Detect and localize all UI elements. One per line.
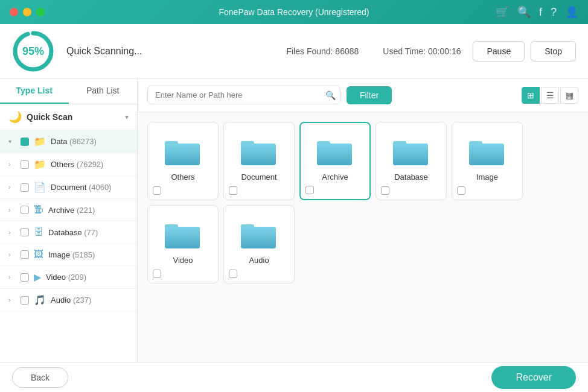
expand-arrow-icon: › [8, 184, 16, 191]
video-label: Video (209) [46, 273, 131, 282]
progress-circle: 95% [12, 30, 54, 72]
image-card-name: Image [476, 172, 498, 182]
folder-card-video[interactable]: Video [147, 205, 219, 283]
list-view-toggle[interactable]: ☰ [541, 87, 559, 104]
data-label: Data (86273) [51, 137, 131, 146]
folder-card-image[interactable]: Image [452, 122, 523, 200]
document-checkbox[interactable] [21, 183, 29, 192]
archive-icon: 🗜 [34, 204, 43, 215]
archive-checkbox[interactable] [21, 206, 29, 214]
database-card-name: Database [394, 172, 428, 182]
sidebar-item-document[interactable]: › 📄 Document (4060) [0, 176, 137, 199]
titlebar: FonePaw Data Recovery (Unregistered) 🛒 🔍… [0, 0, 588, 24]
filter-button[interactable]: Filter [347, 86, 392, 104]
expand-arrow-icon: › [8, 297, 16, 303]
database-label: Database (77) [48, 228, 131, 237]
moon-icon: 🌙 [8, 110, 22, 124]
audio-checkbox[interactable] [21, 296, 29, 305]
sidebar-item-audio[interactable]: › 🎵 Audio (237) [0, 289, 137, 312]
view-toggles: ⊞ ☰ ▦ [522, 87, 578, 104]
database-checkbox[interactable] [21, 228, 29, 236]
maximize-button[interactable] [36, 8, 45, 16]
expand-arrow-icon: › [8, 207, 16, 213]
back-button[interactable]: Back [12, 367, 68, 388]
video-icon: ▶ [34, 271, 41, 283]
expand-arrow-icon: › [8, 161, 16, 168]
audio-label: Audio (237) [51, 296, 131, 305]
pause-button[interactable]: Pause [473, 41, 525, 62]
sidebar-tabs: Type List Path List [0, 78, 137, 104]
scan-progress-bar: 95% Quick Scanning... Files Found: 86088… [0, 24, 588, 78]
facebook-icon[interactable]: f [539, 6, 542, 19]
detail-view-toggle[interactable]: ▦ [560, 87, 578, 104]
svg-rect-4 [165, 141, 178, 147]
used-time: Used Time: 00:00:16 [383, 46, 461, 56]
image-checkbox[interactable] [21, 250, 29, 259]
recover-button[interactable]: Recover [491, 366, 576, 389]
sidebar-item-others[interactable]: › 📁 Others (76292) [0, 153, 137, 176]
folder-grid: Others Document [138, 112, 588, 362]
titlebar-actions: 🛒 🔍 f ? 👤 [496, 5, 578, 19]
others-checkbox[interactable] [21, 160, 29, 169]
document-card-name: Document [241, 172, 276, 182]
close-button[interactable] [10, 8, 18, 16]
stop-button[interactable]: Stop [531, 41, 576, 62]
others-label: Others (76292) [51, 160, 131, 169]
quick-scan-section[interactable]: 🌙 Quick Scan ▾ [0, 104, 137, 130]
sidebar-item-image[interactable]: › 🖼 Image (5185) [0, 244, 137, 266]
profile-icon[interactable]: 👤 [565, 5, 578, 19]
help-icon[interactable]: ? [551, 6, 557, 19]
sidebar-item-database[interactable]: › 🗄 Database (77) [0, 221, 137, 244]
video-card-checkbox[interactable] [153, 270, 161, 278]
expand-arrow-icon: › [8, 229, 16, 236]
grid-view-toggle[interactable]: ⊞ [522, 87, 540, 104]
folder-card-others[interactable]: Others [147, 122, 219, 200]
scan-info: Files Found: 86088 Used Time: 00:00:16 [286, 46, 461, 56]
document-card-checkbox[interactable] [229, 186, 237, 195]
image-card-checkbox[interactable] [457, 186, 465, 195]
svg-rect-10 [317, 144, 352, 165]
video-checkbox[interactable] [21, 273, 29, 282]
folder-card-archive[interactable]: Archive [299, 122, 371, 200]
archive-card-checkbox[interactable] [305, 186, 314, 194]
document-label: Document (4060) [51, 183, 131, 192]
archive-card-name: Archive [322, 172, 348, 182]
tab-type-list[interactable]: Type List [0, 78, 69, 104]
archive-label: Archive (221) [48, 206, 131, 215]
others-icon: 📁 [34, 159, 46, 170]
main-layout: Type List Path List 🌙 Quick Scan ▾ ▾ 📁 D… [0, 78, 588, 362]
video-card-name: Video [173, 256, 193, 265]
sidebar-item-video[interactable]: › ▶ Video (209) [0, 266, 137, 289]
sidebar-item-data[interactable]: ▾ 📁 Data (86273) [0, 130, 137, 153]
svg-rect-22 [241, 227, 276, 248]
sidebar: Type List Path List 🌙 Quick Scan ▾ ▾ 📁 D… [0, 78, 138, 362]
search-icon[interactable]: 🔍 [517, 5, 531, 19]
database-card-checkbox[interactable] [381, 186, 389, 195]
files-found: Files Found: 86088 [286, 46, 359, 56]
folder-card-document[interactable]: Document [223, 122, 295, 200]
cart-icon[interactable]: 🛒 [496, 5, 509, 19]
data-checkbox[interactable] [21, 138, 29, 146]
chevron-down-icon: ▾ [125, 113, 129, 121]
folder-card-database[interactable]: Database [375, 122, 447, 200]
sidebar-item-archive[interactable]: › 🗜 Archive (221) [0, 199, 137, 221]
audio-card-name: Audio [249, 256, 269, 265]
collapse-arrow-icon: ▾ [8, 138, 16, 145]
tab-path-list[interactable]: Path List [69, 78, 138, 104]
svg-rect-7 [241, 144, 276, 165]
search-icon[interactable]: 🔍 [325, 90, 336, 100]
others-card-checkbox[interactable] [153, 186, 161, 195]
database-icon: 🗄 [34, 227, 43, 238]
scan-controls: Pause Stop [473, 41, 576, 62]
svg-rect-13 [393, 144, 428, 165]
search-input[interactable] [147, 86, 340, 104]
audio-card-checkbox[interactable] [229, 270, 237, 278]
quick-scan-label: Quick Scan [27, 112, 120, 122]
minimize-button[interactable] [23, 8, 31, 16]
expand-arrow-icon: › [8, 274, 16, 280]
folder-card-audio[interactable]: Audio [223, 205, 295, 283]
progress-percent: 95% [22, 45, 44, 57]
search-box: 🔍 [147, 86, 340, 104]
bottom-bar: Back Recover [0, 362, 588, 392]
svg-rect-16 [469, 144, 504, 165]
